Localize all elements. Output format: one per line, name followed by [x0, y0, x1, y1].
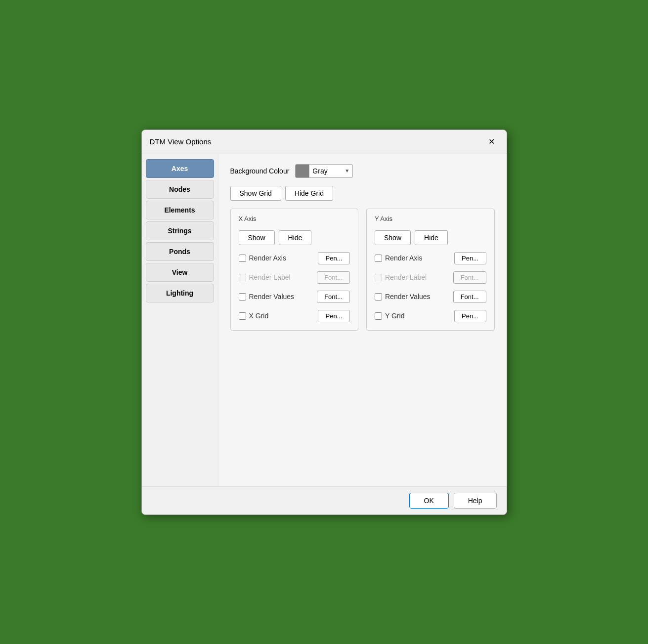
y-axis-render-axis-label: Render Axis — [385, 254, 422, 262]
sidebar-item-view[interactable]: View — [146, 263, 214, 282]
sidebar-item-lighting[interactable]: Lighting — [146, 284, 214, 302]
background-colour-row: Background Colour Gray White Black Blue … — [230, 164, 495, 178]
hide-grid-button[interactable]: Hide Grid — [285, 186, 333, 201]
sidebar-item-ponds[interactable]: Ponds — [146, 242, 214, 261]
x-axis-render-label-row: Render Label Font... — [239, 271, 350, 284]
y-axis-render-values-label: Render Values — [385, 293, 431, 301]
axes-section: X Axis Show Hide Render Axis Pen... — [230, 209, 495, 331]
sidebar-item-elements[interactable]: Elements — [146, 201, 214, 219]
main-content: Background Colour Gray White Black Blue … — [218, 154, 507, 486]
colour-swatch — [296, 165, 309, 177]
x-axis-show-button[interactable]: Show — [239, 230, 275, 245]
y-axis-render-values-checkbox[interactable] — [375, 293, 382, 301]
colour-select[interactable]: Gray White Black Blue Green — [309, 166, 342, 176]
y-axis-show-hide-row: Show Hide — [375, 230, 486, 245]
y-axis-y-grid-checkbox[interactable] — [375, 312, 382, 320]
x-axis-pen-axis-button[interactable]: Pen... — [318, 252, 350, 264]
y-axis-pen-axis-button[interactable]: Pen... — [454, 252, 486, 264]
x-axis-pen-grid-button[interactable]: Pen... — [318, 310, 350, 322]
y-axis-pen-grid-button[interactable]: Pen... — [454, 310, 486, 322]
dialog-body: Axes Nodes Elements Strings Ponds View L… — [142, 154, 507, 486]
y-axis-render-label-row: Render Label Font... — [375, 271, 486, 284]
y-axis-render-values-row: Render Values Font... — [375, 291, 486, 303]
help-button[interactable]: Help — [454, 493, 497, 509]
y-axis-hide-button[interactable]: Hide — [415, 230, 448, 245]
y-axis-render-label-checkbox[interactable] — [375, 274, 382, 281]
show-grid-button[interactable]: Show Grid — [230, 186, 281, 201]
sidebar-item-nodes[interactable]: Nodes — [146, 180, 214, 199]
x-axis-font-values-button[interactable]: Font... — [317, 291, 350, 303]
y-axis-y-grid-label: Y Grid — [385, 312, 404, 320]
sidebar-item-axes[interactable]: Axes — [146, 159, 214, 178]
x-axis-render-values-checkbox[interactable] — [239, 293, 246, 301]
x-axis-panel: X Axis Show Hide Render Axis Pen... — [230, 209, 359, 331]
x-axis-x-grid-checkbox[interactable] — [239, 312, 246, 320]
y-axis-render-axis-row: Render Axis Pen... — [375, 252, 486, 264]
y-axis-title: Y Axis — [375, 215, 486, 222]
x-axis-render-axis-checkbox[interactable] — [239, 255, 246, 262]
y-axis-show-button[interactable]: Show — [375, 230, 411, 245]
colour-select-wrap: Gray White Black Blue Green ▼ — [295, 164, 353, 178]
y-axis-panel: Y Axis Show Hide Render Axis Pen... — [366, 209, 495, 331]
sidebar: Axes Nodes Elements Strings Ponds View L… — [142, 154, 218, 486]
y-axis-render-axis-checkbox[interactable] — [375, 255, 382, 262]
y-axis-font-label-button[interactable]: Font... — [453, 271, 486, 284]
x-axis-render-axis-label: Render Axis — [249, 254, 286, 262]
y-axis-font-values-button[interactable]: Font... — [453, 291, 486, 303]
ok-button[interactable]: OK — [409, 493, 449, 509]
grid-buttons: Show Grid Hide Grid — [230, 186, 495, 201]
dialog-footer: OK Help — [142, 486, 507, 515]
x-axis-font-label-button[interactable]: Font... — [317, 271, 350, 284]
y-axis-y-grid-row: Y Grid Pen... — [375, 310, 486, 322]
dropdown-arrow-icon: ▼ — [342, 167, 352, 174]
x-axis-render-label-label: Render Label — [249, 273, 291, 281]
sidebar-item-strings[interactable]: Strings — [146, 221, 214, 240]
title-bar: DTM View Options ✕ — [142, 130, 507, 154]
x-axis-render-values-row: Render Values Font... — [239, 291, 350, 303]
dialog: DTM View Options ✕ Axes Nodes Elements S… — [141, 129, 507, 515]
close-button[interactable]: ✕ — [485, 135, 499, 149]
x-axis-x-grid-row: X Grid Pen... — [239, 310, 350, 322]
x-axis-render-label-checkbox[interactable] — [239, 274, 246, 281]
x-axis-render-values-label: Render Values — [249, 293, 295, 301]
x-axis-hide-button[interactable]: Hide — [279, 230, 312, 245]
x-axis-show-hide-row: Show Hide — [239, 230, 350, 245]
x-axis-x-grid-label: X Grid — [249, 312, 269, 320]
x-axis-title: X Axis — [239, 215, 350, 222]
y-axis-render-label-label: Render Label — [385, 273, 427, 281]
dialog-title: DTM View Options — [150, 137, 212, 146]
background-colour-label: Background Colour — [230, 167, 290, 175]
x-axis-render-axis-row: Render Axis Pen... — [239, 252, 350, 264]
